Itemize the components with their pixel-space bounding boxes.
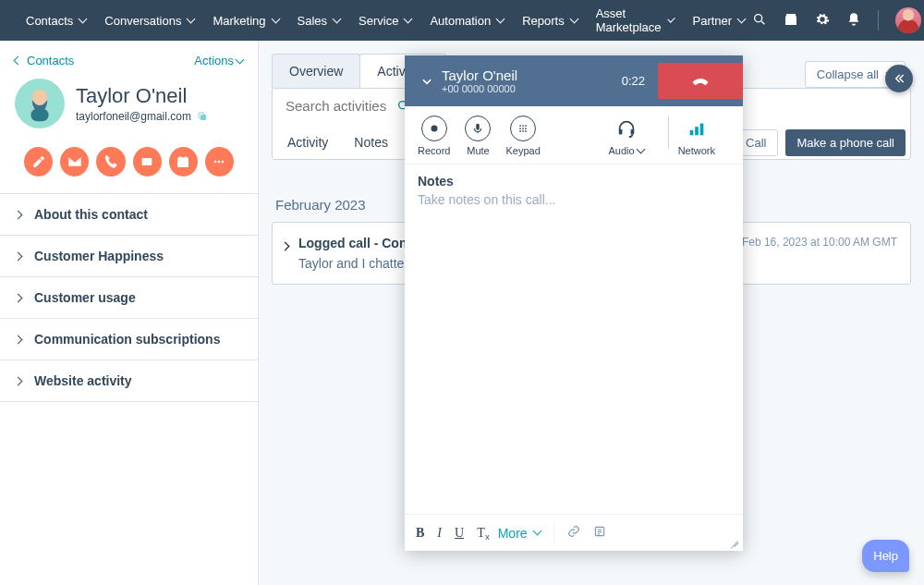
search-activities-input[interactable]	[286, 98, 396, 114]
call-collapse-chevron-icon[interactable]	[416, 75, 438, 88]
nav-asset-marketplace[interactable]: Asset Marketplace	[589, 1, 682, 40]
nav-sales[interactable]: Sales	[290, 1, 348, 40]
svg-rect-25	[477, 124, 480, 130]
svg-point-21	[222, 161, 225, 164]
svg-point-7	[755, 14, 762, 21]
bold-button[interactable]: B	[416, 526, 424, 541]
call-notes-placeholder[interactable]: Take notes on this call...	[418, 192, 730, 207]
svg-point-34	[525, 130, 527, 132]
call-notes-heading: Notes	[418, 174, 730, 189]
nav-marketing[interactable]: Marketing	[205, 1, 286, 40]
nav-reports[interactable]: Reports	[515, 1, 585, 40]
svg-point-29	[519, 128, 521, 129]
nav-conversations[interactable]: Conversations	[97, 1, 201, 40]
accordion-customer-usage[interactable]: Customer usage	[0, 277, 258, 319]
svg-rect-12	[201, 115, 206, 120]
search-icon[interactable]	[752, 12, 767, 30]
svg-point-30	[522, 128, 524, 129]
nav-menu: Contacts Conversations Marketing Sales S…	[18, 1, 752, 40]
call-contact-name: Taylor O'neil	[442, 67, 609, 83]
marketplace-icon[interactable]	[784, 12, 798, 30]
more-formatting-button[interactable]: More	[498, 526, 541, 541]
svg-rect-11	[30, 109, 48, 122]
svg-line-8	[761, 21, 764, 24]
snippet-icon[interactable]	[593, 525, 606, 542]
call-contact-number: +00 0000 00000	[442, 83, 609, 94]
svg-point-24	[431, 126, 437, 132]
network-tool[interactable]: Network	[678, 116, 715, 156]
link-icon[interactable]	[567, 525, 580, 542]
record-tool[interactable]: Record	[418, 116, 450, 156]
hangup-button[interactable]	[658, 63, 743, 99]
user-avatar[interactable]	[895, 7, 921, 33]
svg-point-28	[525, 125, 527, 127]
mute-tool[interactable]: Mute	[465, 116, 491, 156]
help-button[interactable]: Help	[862, 540, 909, 572]
keypad-tool[interactable]: Keypad	[505, 116, 540, 156]
actions-dropdown[interactable]: Actions	[194, 54, 243, 67]
contact-name: Taylor O'neil	[76, 84, 208, 108]
accordion-customer-happiness[interactable]: Customer Happiness	[0, 236, 258, 277]
call-action-button[interactable]	[96, 147, 125, 177]
expand-right-panel-button[interactable]	[885, 65, 913, 92]
subtab-notes[interactable]: Notes	[352, 128, 390, 159]
svg-point-19	[214, 161, 217, 164]
svg-point-31	[525, 128, 527, 129]
svg-point-32	[519, 130, 521, 132]
log-action-button[interactable]	[133, 147, 162, 177]
svg-point-27	[522, 125, 524, 127]
svg-rect-39	[699, 124, 703, 136]
nav-service[interactable]: Service	[351, 1, 419, 40]
svg-rect-35	[618, 129, 622, 135]
tab-overview[interactable]: Overview	[272, 54, 360, 88]
accordion-website-activity[interactable]: Website activity	[0, 360, 258, 402]
contact-email[interactable]: taylorfoneil@gmail.com	[76, 110, 191, 123]
call-timer: 0:22	[609, 74, 658, 88]
svg-rect-15	[177, 157, 188, 167]
clear-format-button[interactable]: Tx	[477, 526, 485, 541]
back-to-contacts-link[interactable]: Contacts	[15, 54, 74, 67]
subtab-activity[interactable]: Activity	[286, 128, 330, 159]
italic-button[interactable]: I	[437, 526, 442, 541]
notifications-bell-icon[interactable]	[846, 12, 861, 30]
rich-text-toolbar: B I U Tx More	[405, 514, 743, 551]
note-action-button[interactable]	[24, 147, 53, 177]
nav-contacts[interactable]: Contacts	[18, 1, 93, 40]
copy-icon[interactable]	[197, 111, 208, 122]
svg-rect-9	[785, 18, 796, 25]
activity-timestamp: Feb 16, 2023 at 10:00 AM GMT	[742, 236, 897, 249]
svg-point-20	[218, 161, 221, 164]
nav-partner[interactable]: Partner	[686, 1, 753, 40]
top-nav: Contacts Conversations Marketing Sales S…	[0, 0, 924, 41]
resize-handle-icon[interactable]	[728, 536, 739, 547]
schedule-action-button[interactable]	[169, 147, 198, 177]
contact-sidebar: Contacts Actions Taylor O'neil taylorfon…	[0, 41, 259, 585]
make-phone-call-button[interactable]: Make a phone call	[785, 129, 906, 156]
underline-button[interactable]: U	[455, 526, 464, 541]
accordion-about-contact[interactable]: About this contact	[0, 194, 258, 236]
more-action-button[interactable]	[205, 147, 234, 177]
contact-avatar[interactable]	[15, 79, 65, 128]
audio-tool[interactable]: Audio	[609, 116, 644, 156]
svg-rect-14	[142, 158, 152, 165]
svg-rect-38	[695, 127, 699, 135]
svg-point-10	[32, 90, 48, 105]
call-panel: Taylor O'neil +00 0000 00000 0:22 Record…	[405, 55, 743, 551]
svg-point-26	[519, 125, 521, 127]
svg-point-33	[522, 130, 524, 132]
nav-automation[interactable]: Automation	[422, 1, 511, 40]
settings-gear-icon[interactable]	[815, 12, 830, 30]
email-action-button[interactable]	[60, 147, 89, 177]
svg-rect-36	[630, 129, 634, 135]
svg-rect-37	[689, 130, 693, 136]
chevron-right-icon	[282, 238, 294, 254]
accordion-communication-subscriptions[interactable]: Communication subscriptions	[0, 319, 258, 360]
